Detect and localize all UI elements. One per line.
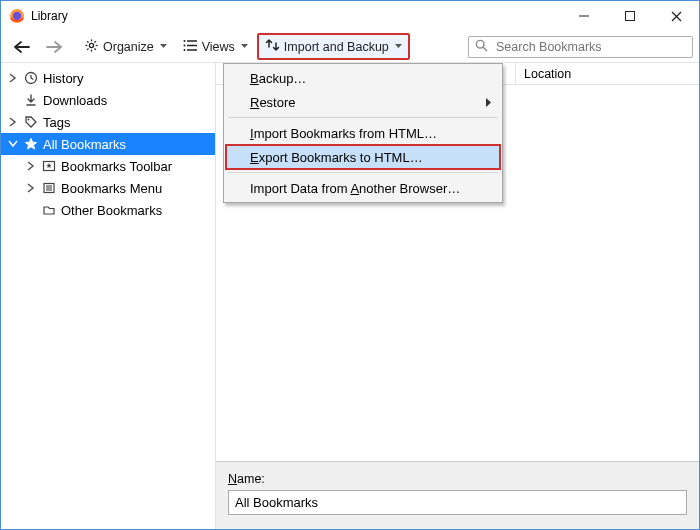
sidebar-item-tags[interactable]: Tags (1, 111, 215, 133)
close-button[interactable] (653, 1, 699, 31)
download-icon (23, 92, 39, 108)
svg-line-11 (87, 41, 88, 42)
star-icon (23, 136, 39, 152)
bookmarks-toolbar-icon (41, 158, 57, 174)
views-button[interactable]: Views (176, 35, 255, 59)
sidebar-item-label: Tags (43, 115, 70, 130)
minimize-button[interactable] (561, 1, 607, 31)
tag-icon (23, 114, 39, 130)
svg-point-21 (476, 40, 484, 48)
back-button[interactable] (7, 36, 37, 58)
bookmarks-menu-icon (41, 180, 57, 196)
svg-line-14 (87, 48, 88, 49)
sidebar-item-downloads[interactable]: Downloads (1, 89, 215, 111)
clock-icon (23, 70, 39, 86)
sidebar-item-label: Downloads (43, 93, 107, 108)
menu-item-import-other-browser[interactable]: Import Data from Another Browser… (226, 176, 500, 200)
sidebar-item-label: All Bookmarks (43, 137, 126, 152)
svg-line-22 (483, 47, 487, 51)
views-label: Views (202, 40, 235, 54)
folder-icon (41, 202, 57, 218)
svg-line-13 (95, 41, 96, 42)
menu-separator (228, 172, 498, 173)
sidebar-item-bookmarks-menu[interactable]: Bookmarks Menu (1, 177, 215, 199)
svg-rect-3 (626, 12, 635, 21)
chevron-down-icon (7, 140, 19, 148)
sidebar-item-history[interactable]: History (1, 67, 215, 89)
chevron-right-icon (486, 95, 492, 110)
sidebar-item-label: Bookmarks Menu (61, 181, 162, 196)
column-header-location[interactable]: Location (516, 63, 699, 84)
svg-point-18 (183, 40, 185, 42)
import-export-icon (265, 38, 280, 55)
menu-item-import-html[interactable]: Import Bookmarks from HTML… (226, 121, 500, 145)
organize-label: Organize (103, 40, 154, 54)
caret-down-icon (395, 44, 402, 49)
search-input[interactable] (494, 39, 686, 55)
sidebar-item-all-bookmarks[interactable]: All Bookmarks (1, 133, 215, 155)
titlebar: Library (1, 1, 699, 31)
list-icon (183, 39, 198, 55)
library-window: Library Organize (0, 0, 700, 530)
chevron-right-icon (25, 161, 37, 171)
svg-point-24 (28, 119, 30, 121)
search-field[interactable] (468, 36, 693, 58)
caret-down-icon (241, 44, 248, 49)
organize-button[interactable]: Organize (77, 34, 174, 60)
svg-point-6 (89, 43, 93, 47)
import-backup-menu: Backup… Restore Import Bookmarks from HT… (223, 63, 503, 203)
menu-item-backup[interactable]: Backup… (226, 66, 500, 90)
sidebar-item-other-bookmarks[interactable]: Other Bookmarks (1, 199, 215, 221)
chevron-right-icon (7, 73, 19, 83)
sidebar-item-label: Other Bookmarks (61, 203, 162, 218)
sidebar-item-label: Bookmarks Toolbar (61, 159, 172, 174)
window-title: Library (31, 9, 68, 23)
menu-separator (228, 117, 498, 118)
toolbar: Organize Views Import and Backup (1, 31, 699, 63)
chevron-right-icon (25, 183, 37, 193)
import-backup-button[interactable]: Import and Backup (257, 33, 410, 60)
app-icon (9, 8, 25, 24)
maximize-button[interactable] (607, 1, 653, 31)
sidebar-item-label: History (43, 71, 83, 86)
details-name-label: Name: (228, 472, 687, 486)
forward-button[interactable] (39, 36, 69, 58)
import-backup-label: Import and Backup (284, 40, 389, 54)
svg-point-20 (183, 49, 185, 51)
sidebar-item-bookmarks-toolbar[interactable]: Bookmarks Toolbar (1, 155, 215, 177)
caret-down-icon (160, 44, 167, 49)
menu-item-export-html[interactable]: Export Bookmarks to HTML… (226, 145, 500, 169)
search-icon (475, 38, 494, 56)
svg-point-19 (183, 44, 185, 46)
details-panel: Name: (216, 461, 699, 529)
menu-item-restore[interactable]: Restore (226, 90, 500, 114)
details-name-input[interactable] (228, 490, 687, 515)
svg-line-12 (95, 48, 96, 49)
gear-icon (84, 38, 99, 56)
chevron-right-icon (7, 117, 19, 127)
svg-point-1 (13, 12, 21, 20)
sidebar: History Downloads Tags All Bookmarks (1, 63, 216, 529)
